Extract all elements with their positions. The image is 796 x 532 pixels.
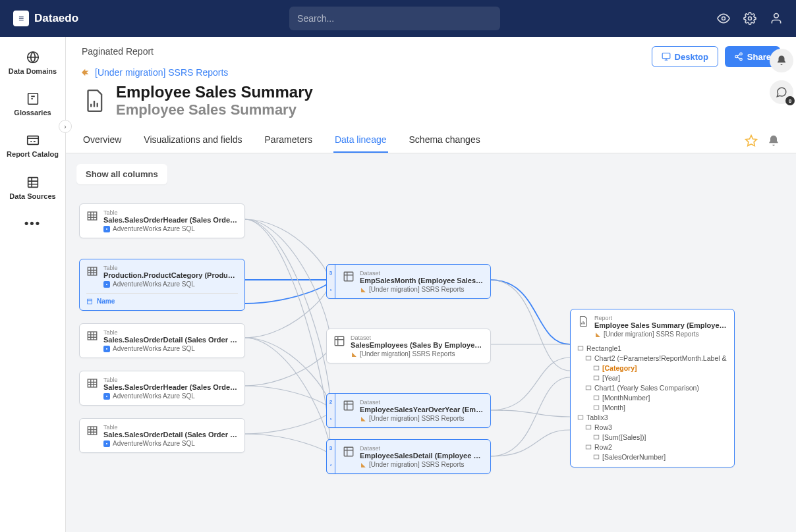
tree-item[interactable]: Rectangle1 [577, 343, 727, 353]
database-icon [26, 175, 40, 190]
lineage-node-dataset[interactable]: Dataset SalesEmployees (Sales By Employe… [326, 329, 491, 363]
search-input[interactable] [289, 7, 500, 30]
lineage-node-table[interactable]: Table Sales.SalesOrderHeader (Sales Orde… [79, 203, 245, 238]
glossary-icon [26, 92, 40, 106]
lineage-node-table[interactable]: Table Production.ProductCategory (Produc… [79, 259, 245, 311]
main-content: Paginated Report Desktop Share [Under mi… [66, 37, 796, 532]
lineage-node-dataset[interactable]: 3› Dataset EmpSalesMonth (Employee Sales… [326, 264, 491, 299]
sidebar-label: Data Sources [9, 192, 55, 201]
ssrs-small-icon: ◣ [360, 462, 366, 468]
eye-icon[interactable] [717, 12, 730, 25]
table-icon [86, 377, 98, 389]
svg-rect-24 [594, 366, 599, 370]
lineage-node-dataset[interactable]: 3‹ Dataset EmployeeSalesDetail (Employee… [326, 439, 491, 474]
bell-icon[interactable] [767, 134, 780, 147]
azure-icon: ▪ [103, 226, 110, 232]
header-actions: Desktop Share [652, 46, 780, 67]
tab-parameters[interactable]: Parameters [264, 128, 314, 153]
dataset-icon [343, 446, 355, 458]
lineage-node-table[interactable]: Table Sales.SalesOrderDetail (Sales Orde… [79, 323, 245, 358]
dataset-icon [333, 335, 345, 347]
report-tree: Rectangle1Chart2 (=Parameters!ReportMont… [577, 343, 727, 462]
tree-item[interactable]: Chart1 (Yearly Sales Comparison) [577, 383, 727, 392]
report-icon [26, 133, 40, 147]
lineage-node-table[interactable]: Table Sales.SalesOrderDetail (Sales Orde… [79, 418, 245, 453]
node-expand-badge[interactable]: 3‹ [326, 439, 335, 474]
svg-point-0 [722, 17, 725, 20]
ssrs-small-icon: ◣ [351, 351, 357, 358]
sidebar-label: Glossaries [14, 109, 51, 117]
tree-item[interactable]: Chart2 (=Parameters!ReportMonth.Label & … [577, 353, 727, 363]
star-icon[interactable] [745, 134, 758, 147]
svg-rect-5 [27, 136, 38, 145]
sidebar: Data Domains Glossaries Report Catalog D… [0, 37, 66, 532]
tab-visualizations[interactable]: Visualizations and fields [142, 128, 243, 153]
sidebar-item-report-catalog[interactable]: Report Catalog [0, 128, 65, 164]
svg-point-10 [740, 58, 743, 61]
table-icon [86, 330, 98, 342]
gear-icon[interactable] [743, 12, 756, 25]
svg-rect-21 [344, 447, 353, 456]
globe-icon [26, 50, 40, 65]
column-icon [86, 298, 93, 305]
show-all-columns-button[interactable]: Show all columns [76, 164, 167, 184]
tree-item[interactable]: [Year] [577, 373, 727, 383]
lineage-node-report[interactable]: Report Employee Sales Summary (Employee … [570, 309, 735, 467]
page-subtitle: Employee Sales Summary [116, 101, 313, 119]
column-name[interactable]: Name [86, 293, 238, 305]
lineage-canvas[interactable]: Show all columns [66, 153, 796, 532]
comments-button[interactable]: 0 [770, 80, 793, 104]
azure-icon: ▪ [103, 346, 110, 352]
sidebar-label: Report Catalog [7, 150, 59, 159]
svg-rect-27 [594, 396, 599, 400]
tab-schema-changes[interactable]: Schema changes [408, 128, 482, 153]
svg-rect-12 [88, 212, 97, 220]
svg-rect-28 [594, 406, 599, 410]
logo[interactable]: ≡ Dataedo [13, 11, 78, 26]
svg-rect-18 [344, 272, 353, 281]
breadcrumb-link[interactable]: [Under migration] SSRS Reports [82, 67, 780, 78]
sidebar-item-data-domains[interactable]: Data Domains [0, 45, 65, 81]
tree-item[interactable]: Row2 [577, 442, 727, 452]
tree-item[interactable]: [Category] [577, 363, 727, 373]
tree-item[interactable]: [Month] [577, 402, 727, 412]
svg-marker-11 [746, 136, 757, 146]
lineage-node-dataset[interactable]: 2› Dataset EmployeeSalesYearOverYear (Em… [326, 393, 491, 428]
svg-rect-14 [88, 299, 92, 304]
tabs: Overview Visualizations and fields Param… [66, 128, 796, 153]
tab-overview[interactable]: Overview [82, 128, 123, 153]
svg-rect-13 [88, 267, 97, 275]
sidebar-more[interactable]: ••• [19, 211, 46, 236]
svg-rect-23 [586, 356, 591, 360]
search-container [289, 7, 500, 30]
user-icon[interactable] [770, 12, 783, 25]
svg-rect-16 [88, 379, 97, 387]
sidebar-item-glossaries[interactable]: Glossaries [0, 86, 65, 122]
tree-item[interactable]: [MonthNumber] [577, 392, 727, 402]
svg-rect-25 [594, 376, 599, 380]
svg-rect-26 [586, 386, 591, 390]
report-title-icon [82, 88, 107, 113]
share-icon [734, 52, 743, 61]
ssrs-small-icon: ◣ [594, 331, 601, 338]
tree-item[interactable]: [Sum([Sales])] [577, 432, 727, 442]
svg-rect-6 [28, 177, 38, 187]
report-node-icon [577, 315, 589, 327]
notifications-button[interactable] [770, 49, 793, 72]
table-icon [86, 210, 98, 222]
tree-item[interactable]: [SalesOrderNumber] [577, 452, 727, 462]
tab-data-lineage[interactable]: Data lineage [333, 128, 388, 153]
svg-point-2 [774, 14, 779, 18]
node-expand-badge[interactable]: 3› [326, 264, 335, 299]
lineage-node-table[interactable]: Table Sales.SalesOrderHeader (Sales Orde… [79, 371, 245, 406]
sidebar-item-data-sources[interactable]: Data Sources [0, 170, 65, 206]
svg-rect-33 [594, 455, 599, 459]
tree-item[interactable]: Tablix3 [577, 412, 727, 422]
svg-point-1 [749, 17, 752, 20]
table-icon [86, 265, 98, 277]
comments-badge: 0 [785, 96, 795, 105]
tree-item[interactable]: Row3 [577, 422, 727, 432]
node-expand-badge[interactable]: 2› [326, 393, 335, 428]
desktop-button[interactable]: Desktop [652, 46, 718, 67]
svg-point-8 [740, 53, 743, 55]
